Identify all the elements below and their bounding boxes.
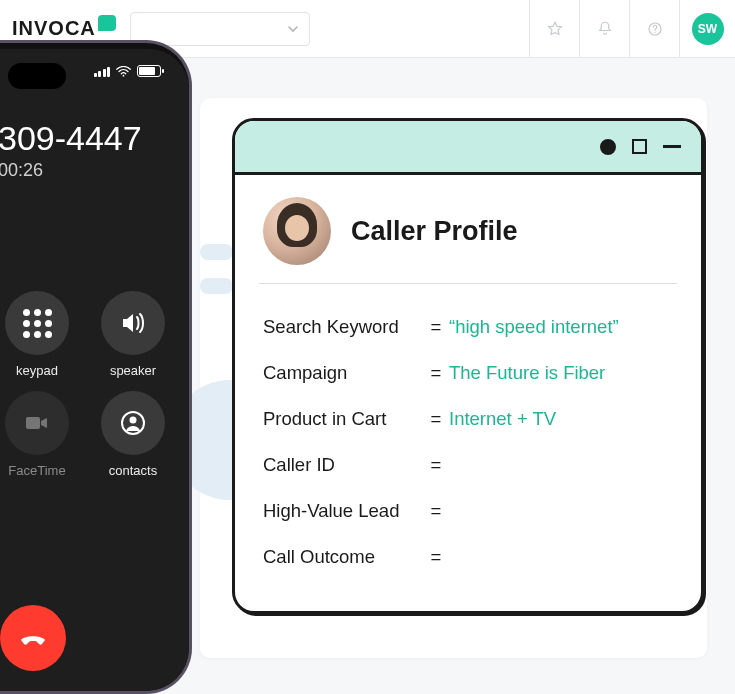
chevron-down-icon — [287, 23, 299, 35]
contacts-icon — [118, 408, 148, 438]
topbar-right: SW — [529, 0, 735, 58]
window-titlebar — [235, 121, 701, 175]
notifications-button[interactable] — [579, 0, 629, 58]
dynamic-island — [8, 63, 66, 89]
battery-icon — [137, 65, 161, 77]
field-label: Campaign — [263, 362, 423, 384]
field-product-in-cart: Product in Cart = Internet + TV — [263, 396, 677, 442]
field-campaign: Campaign = The Future is Fiber — [263, 350, 677, 396]
field-caller-id: Caller ID = — [263, 442, 677, 488]
equals-sign: = — [423, 362, 449, 384]
field-search-keyword: Search Keyword = “high speed internet” — [263, 304, 677, 350]
profile-title: Caller Profile — [351, 216, 518, 247]
window-control-maximize-icon[interactable] — [632, 139, 647, 154]
svg-point-5 — [130, 417, 137, 424]
svg-rect-3 — [26, 417, 40, 429]
call-controls: keypad speaker FaceTime — [0, 291, 189, 491]
user-menu[interactable]: SW — [679, 0, 735, 58]
speaker-button[interactable]: speaker — [94, 291, 172, 391]
equals-sign: = — [423, 454, 449, 476]
window-control-dot-icon[interactable] — [600, 139, 616, 155]
equals-sign: = — [423, 316, 449, 338]
field-value: The Future is Fiber — [449, 362, 677, 384]
speaker-icon — [117, 307, 149, 339]
window-control-minimize-icon[interactable] — [663, 145, 681, 148]
end-call-button[interactable] — [0, 605, 66, 671]
field-value: Internet + TV — [449, 408, 677, 430]
favorites-button[interactable] — [529, 0, 579, 58]
field-label: Caller ID — [263, 454, 423, 476]
bell-icon — [596, 20, 614, 38]
keypad-button[interactable]: keypad — [0, 291, 76, 391]
user-avatar: SW — [692, 13, 724, 45]
brand-logo: INVOCA — [12, 17, 116, 40]
phone-hangup-icon — [16, 621, 50, 655]
facetime-button[interactable]: FaceTime — [0, 391, 76, 491]
field-label: High-Value Lead — [263, 500, 423, 522]
user-initials: SW — [698, 22, 717, 36]
star-icon — [546, 20, 564, 38]
call-duration: 00:26 — [0, 160, 189, 181]
help-button[interactable] — [629, 0, 679, 58]
field-value: “high speed internet” — [449, 316, 677, 338]
equals-sign: = — [423, 546, 449, 568]
chat-bubble-icon — [98, 15, 116, 31]
equals-sign: = — [423, 500, 449, 522]
phone-mockup: 309-4447 00:26 keypad speaker — [0, 40, 192, 694]
field-label: Call Outcome — [263, 546, 423, 568]
contacts-button[interactable]: contacts — [94, 391, 172, 491]
field-call-outcome: Call Outcome = — [263, 534, 677, 580]
field-label: Product in Cart — [263, 408, 423, 430]
video-icon — [22, 408, 52, 438]
contacts-label: contacts — [109, 463, 157, 478]
profile-header: Caller Profile — [235, 175, 701, 283]
divider — [259, 283, 677, 284]
field-high-value-lead: High-Value Lead = — [263, 488, 677, 534]
wifi-icon — [116, 66, 131, 77]
svg-point-1 — [654, 32, 655, 33]
caller-avatar — [263, 197, 331, 265]
profile-fields: Search Keyword = “high speed internet” C… — [235, 296, 701, 580]
help-icon — [646, 20, 664, 38]
signal-icon — [94, 66, 111, 77]
caller-profile-window: Caller Profile Search Keyword = “high sp… — [232, 118, 704, 614]
call-number: 309-4447 — [0, 119, 189, 158]
facetime-label: FaceTime — [8, 463, 65, 478]
brand-name: INVOCA — [12, 17, 96, 40]
field-label: Search Keyword — [263, 316, 423, 338]
equals-sign: = — [423, 408, 449, 430]
keypad-label: keypad — [16, 363, 58, 378]
speaker-label: speaker — [110, 363, 156, 378]
placeholder-line — [200, 244, 233, 260]
svg-point-2 — [123, 74, 125, 76]
keypad-icon — [23, 309, 52, 338]
placeholder-line — [200, 278, 233, 294]
